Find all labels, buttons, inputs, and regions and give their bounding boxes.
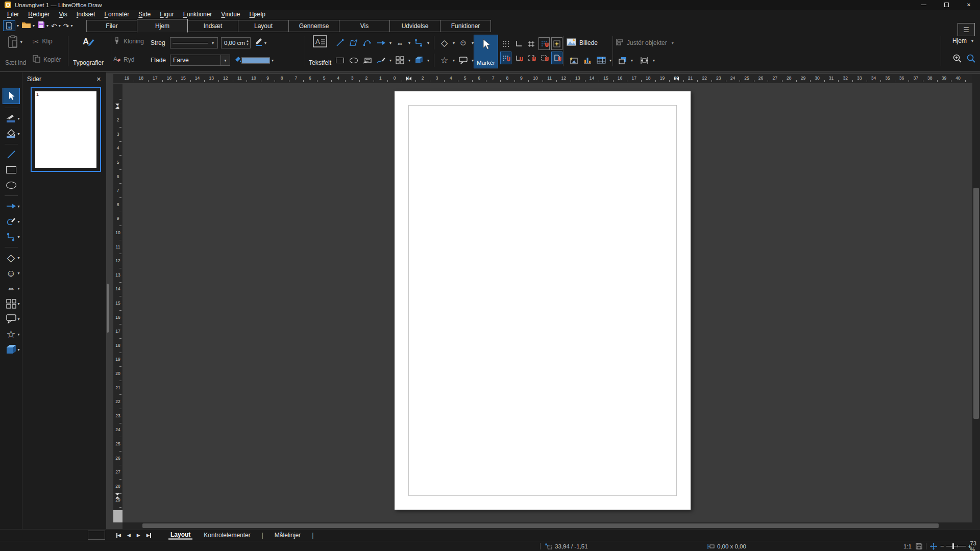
insert-textbox-button[interactable]: A Tekstfelt: [307, 32, 333, 69]
connectors-button[interactable]: ▾: [1, 229, 21, 244]
drawing-page[interactable]: [395, 91, 691, 510]
line-width-spinner[interactable]: 0,00 cm ▲▼: [221, 37, 251, 48]
polygon-tool[interactable]: [347, 36, 360, 50]
menu-hjaelp[interactable]: Hjælp: [245, 10, 270, 19]
zoom-out-button[interactable]: −: [940, 541, 944, 551]
tab-funktioner[interactable]: Funktioner: [440, 20, 491, 32]
align-dropdown[interactable]: ▾: [670, 41, 675, 45]
snap-to-grid-active-toggle[interactable]: [500, 52, 511, 64]
curve-tool[interactable]: [360, 36, 374, 50]
styles-button[interactable]: A Typografier: [71, 32, 106, 69]
open-dropdown[interactable]: ▾: [31, 23, 36, 28]
zoom-and-pan-button[interactable]: [952, 54, 962, 65]
fill-color-tool-button[interactable]: ▾: [1, 126, 21, 141]
fill-color-tool-dropdown[interactable]: ▾: [16, 132, 21, 136]
snap-to-object-points-toggle[interactable]: [551, 37, 562, 50]
hruler-margin-marker[interactable]: [406, 77, 411, 81]
vruler-margin-marker[interactable]: [115, 493, 120, 498]
zoom-slider[interactable]: [946, 541, 966, 551]
layer-tab-kontrolelementer[interactable]: Kontrolelementer: [204, 532, 250, 539]
distribute-dropdown[interactable]: ▾: [651, 58, 656, 63]
symbol-shapes-tool[interactable]: ☺: [456, 36, 470, 50]
3d-objects-sb-dropdown[interactable]: ▾: [16, 347, 21, 352]
snap-to-grid-toggle[interactable]: [538, 37, 550, 50]
insert-table-button[interactable]: [594, 54, 608, 67]
document-modified-indicator[interactable]: [916, 541, 922, 551]
clone-formatting-button[interactable]: Kloning: [113, 35, 144, 48]
tab-udvidelse[interactable]: Udvidelse: [389, 20, 440, 32]
insert-ellipse-button[interactable]: [1, 178, 21, 193]
connector-dropdown[interactable]: ▾: [426, 41, 431, 45]
save-button[interactable]: ▾: [37, 21, 50, 31]
line-color-dropdown[interactable]: ▾: [263, 41, 268, 45]
fit-page-button[interactable]: [930, 541, 937, 551]
redo-button[interactable]: ↷ ▾: [63, 22, 75, 30]
arrow-line-dropdown[interactable]: ▾: [388, 41, 393, 45]
ellipse-tool[interactable]: [347, 54, 360, 67]
line-color-tool-dropdown[interactable]: ▾: [16, 116, 21, 121]
display-snap-guides-toggle[interactable]: [526, 37, 537, 50]
page-thumbnail-selected[interactable]: 1: [31, 87, 101, 172]
menu-indsaet[interactable]: Indsæt: [72, 10, 100, 19]
curves-polygons-dropdown[interactable]: ▾: [16, 219, 21, 224]
save-dropdown[interactable]: ▾: [45, 23, 50, 28]
rectangle-tool[interactable]: [333, 54, 347, 67]
last-page-button[interactable]: ▶: [146, 533, 151, 538]
stars-button[interactable]: ☆ ▾: [1, 327, 21, 342]
line-style-combo[interactable]: ▾: [170, 37, 218, 48]
connector-tool[interactable]: [412, 36, 426, 50]
paste-dropdown[interactable]: ▾: [19, 40, 24, 44]
redo-dropdown[interactable]: ▾: [69, 23, 74, 28]
menu-side[interactable]: Side: [134, 10, 155, 19]
close-button[interactable]: ✕: [958, 0, 980, 10]
callouts-tool[interactable]: [456, 54, 470, 67]
fill-type-dropdown-button[interactable]: ▼: [220, 55, 230, 65]
line-color-button[interactable]: ▾: [255, 38, 268, 48]
symbol-shapes-button[interactable]: ☺ ▾: [1, 265, 21, 281]
new-document-button[interactable]: ▾: [3, 20, 20, 31]
vertical-ruler[interactable]: 1234567891011121314151617181920212223242…: [113, 84, 122, 522]
line-color-tool-button[interactable]: ▾: [1, 111, 21, 126]
layer-tab-layout[interactable]: Layout: [168, 531, 192, 540]
curves-polygons-button[interactable]: ▾: [1, 214, 21, 229]
lines-and-arrows-button[interactable]: ▾: [1, 198, 21, 214]
tab-vis[interactable]: Vis: [339, 20, 390, 32]
context-dropdown[interactable]: ▾: [970, 39, 975, 43]
vertical-scrollbar-thumb[interactable]: [973, 188, 979, 419]
block-arrows-dropdown[interactable]: ▾: [407, 41, 412, 45]
horizontal-scrollbar[interactable]: [122, 522, 972, 529]
menu-filer[interactable]: Filer: [3, 10, 23, 19]
3d-objects-tool[interactable]: [412, 54, 426, 67]
spinner-arrows[interactable]: ▲▼: [246, 39, 249, 46]
menu-vindue[interactable]: Vindue: [216, 10, 244, 19]
select-button[interactable]: Markér: [474, 35, 498, 68]
insert-rectangle-button[interactable]: [1, 162, 21, 178]
block-arrows-sb-dropdown[interactable]: ▾: [16, 286, 21, 291]
insert-chart-button[interactable]: [580, 54, 594, 67]
zoom-slider-thumb[interactable]: [952, 543, 954, 549]
tab-hjem[interactable]: Hjem: [137, 19, 188, 33]
distribute-button[interactable]: [638, 54, 651, 67]
insert-image-button[interactable]: Billede: [567, 36, 598, 49]
context-label[interactable]: Hjem: [952, 37, 967, 44]
scale-field[interactable]: 1:1: [903, 541, 912, 551]
minimize-button[interactable]: [913, 0, 935, 10]
callouts-button[interactable]: ▾: [1, 311, 21, 327]
stars-tool[interactable]: ☆: [437, 54, 451, 67]
freeform-dropdown[interactable]: ▾: [388, 58, 393, 63]
object-size-field[interactable]: 0,00 x 0,00: [707, 541, 746, 551]
block-arrows-button[interactable]: ⇔ ▾: [1, 281, 21, 296]
tab-indsaet[interactable]: Indsæt: [187, 20, 238, 32]
page-thumbnail[interactable]: 1: [35, 91, 96, 168]
menubar-toggle-button[interactable]: ☰: [958, 23, 975, 36]
zoom-slider-track[interactable]: [946, 543, 966, 549]
horizontal-ruler[interactable]: 1918171615141312111098765432101234567891…: [122, 74, 972, 83]
flowchart-dropdown[interactable]: ▾: [407, 58, 412, 63]
fill-color-dropdown[interactable]: ▾: [270, 58, 275, 63]
vruler-margin-marker[interactable]: [115, 104, 120, 109]
image-effects-button[interactable]: [567, 54, 580, 67]
new-document-dropdown[interactable]: ▾: [15, 23, 20, 28]
menu-vis[interactable]: Vis: [54, 10, 71, 19]
arrange-button[interactable]: [616, 54, 629, 67]
insert-line-button[interactable]: [1, 147, 21, 162]
